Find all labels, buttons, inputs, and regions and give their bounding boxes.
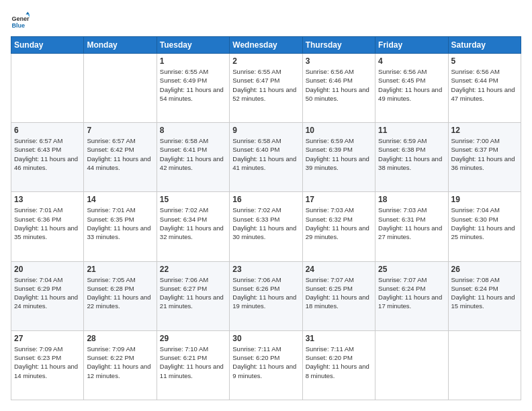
day-info: Sunrise: 7:08 AM Sunset: 6:24 PM Dayligh… — [451, 275, 518, 311]
day-info: Sunrise: 7:06 AM Sunset: 6:26 PM Dayligh… — [232, 275, 299, 311]
day-cell: 5Sunrise: 6:56 AM Sunset: 6:44 PM Daylig… — [448, 54, 521, 123]
day-cell: 29Sunrise: 7:10 AM Sunset: 6:21 PM Dayli… — [157, 330, 229, 400]
day-info: Sunrise: 7:09 AM Sunset: 6:22 PM Dayligh… — [87, 345, 153, 380]
general-blue-logo-icon: General Blue — [11, 11, 30, 30]
day-info: Sunrise: 7:03 AM Sunset: 6:31 PM Dayligh… — [378, 205, 445, 241]
weekday-header-wednesday: Wednesday — [230, 37, 302, 54]
day-number: 31 — [306, 334, 372, 343]
day-cell: 23Sunrise: 7:06 AM Sunset: 6:26 PM Dayli… — [230, 261, 302, 330]
header: General Blue — [11, 11, 521, 30]
day-number: 12 — [451, 126, 518, 135]
day-cell: 7Sunrise: 6:57 AM Sunset: 6:42 PM Daylig… — [84, 123, 157, 192]
day-info: Sunrise: 7:00 AM Sunset: 6:37 PM Dayligh… — [451, 136, 518, 172]
day-cell: 6Sunrise: 6:57 AM Sunset: 6:43 PM Daylig… — [11, 123, 84, 192]
day-cell: 9Sunrise: 6:58 AM Sunset: 6:40 PM Daylig… — [230, 123, 302, 192]
day-cell: 28Sunrise: 7:09 AM Sunset: 6:22 PM Dayli… — [84, 330, 157, 400]
week-row-5: 27Sunrise: 7:09 AM Sunset: 6:23 PM Dayli… — [11, 330, 521, 400]
day-number: 17 — [306, 195, 372, 204]
day-cell — [84, 54, 157, 123]
day-cell: 30Sunrise: 7:11 AM Sunset: 6:20 PM Dayli… — [230, 330, 302, 400]
day-info: Sunrise: 7:07 AM Sunset: 6:24 PM Dayligh… — [378, 275, 445, 311]
day-cell: 4Sunrise: 6:56 AM Sunset: 6:45 PM Daylig… — [375, 54, 448, 123]
day-info: Sunrise: 6:59 AM Sunset: 6:38 PM Dayligh… — [378, 136, 445, 172]
logo: General Blue — [11, 11, 30, 30]
day-info: Sunrise: 6:58 AM Sunset: 6:40 PM Dayligh… — [232, 136, 299, 172]
day-info: Sunrise: 6:56 AM Sunset: 6:44 PM Dayligh… — [451, 67, 518, 103]
day-cell: 18Sunrise: 7:03 AM Sunset: 6:31 PM Dayli… — [375, 192, 448, 261]
day-number: 26 — [451, 265, 518, 274]
day-info: Sunrise: 6:58 AM Sunset: 6:41 PM Dayligh… — [160, 136, 226, 172]
weekday-header-sunday: Sunday — [11, 37, 84, 54]
day-info: Sunrise: 7:02 AM Sunset: 6:34 PM Dayligh… — [160, 205, 226, 241]
day-number: 7 — [87, 126, 153, 135]
day-cell: 31Sunrise: 7:11 AM Sunset: 6:20 PM Dayli… — [302, 330, 375, 400]
week-row-3: 13Sunrise: 7:01 AM Sunset: 6:36 PM Dayli… — [11, 192, 521, 261]
day-info: Sunrise: 7:09 AM Sunset: 6:23 PM Dayligh… — [14, 345, 81, 380]
day-number: 23 — [232, 265, 299, 274]
day-info: Sunrise: 6:55 AM Sunset: 6:47 PM Dayligh… — [232, 67, 299, 103]
weekday-header-tuesday: Tuesday — [157, 37, 229, 54]
day-cell: 21Sunrise: 7:05 AM Sunset: 6:28 PM Dayli… — [84, 261, 157, 330]
day-number: 13 — [14, 195, 81, 204]
day-number: 9 — [232, 126, 299, 135]
weekday-header-monday: Monday — [84, 37, 157, 54]
day-info: Sunrise: 6:56 AM Sunset: 6:46 PM Dayligh… — [306, 67, 372, 103]
day-cell: 26Sunrise: 7:08 AM Sunset: 6:24 PM Dayli… — [448, 261, 521, 330]
day-cell: 15Sunrise: 7:02 AM Sunset: 6:34 PM Dayli… — [157, 192, 229, 261]
day-info: Sunrise: 6:57 AM Sunset: 6:43 PM Dayligh… — [14, 136, 81, 172]
day-cell: 1Sunrise: 6:55 AM Sunset: 6:49 PM Daylig… — [157, 54, 229, 123]
day-cell — [448, 330, 521, 400]
day-number: 4 — [378, 56, 445, 66]
day-cell: 27Sunrise: 7:09 AM Sunset: 6:23 PM Dayli… — [11, 330, 84, 400]
day-number: 18 — [378, 195, 445, 204]
day-info: Sunrise: 6:55 AM Sunset: 6:49 PM Dayligh… — [160, 67, 226, 103]
day-info: Sunrise: 7:01 AM Sunset: 6:35 PM Dayligh… — [87, 205, 153, 241]
day-cell: 14Sunrise: 7:01 AM Sunset: 6:35 PM Dayli… — [84, 192, 157, 261]
day-number: 20 — [14, 265, 81, 274]
calendar-table: SundayMondayTuesdayWednesdayThursdayFrid… — [11, 36, 521, 400]
day-number: 16 — [232, 195, 299, 204]
day-number: 10 — [306, 126, 372, 135]
week-row-4: 20Sunrise: 7:04 AM Sunset: 6:29 PM Dayli… — [11, 261, 521, 330]
day-cell: 19Sunrise: 7:04 AM Sunset: 6:30 PM Dayli… — [448, 192, 521, 261]
day-info: Sunrise: 7:10 AM Sunset: 6:21 PM Dayligh… — [160, 345, 226, 380]
day-number: 5 — [451, 56, 518, 66]
day-number: 15 — [160, 195, 226, 204]
day-cell: 10Sunrise: 6:59 AM Sunset: 6:39 PM Dayli… — [302, 123, 375, 192]
day-number: 8 — [160, 126, 226, 135]
day-info: Sunrise: 7:11 AM Sunset: 6:20 PM Dayligh… — [232, 345, 299, 380]
day-cell: 20Sunrise: 7:04 AM Sunset: 6:29 PM Dayli… — [11, 261, 84, 330]
day-info: Sunrise: 7:06 AM Sunset: 6:27 PM Dayligh… — [160, 275, 226, 311]
day-number: 30 — [232, 334, 299, 343]
day-info: Sunrise: 7:01 AM Sunset: 6:36 PM Dayligh… — [14, 205, 81, 241]
day-number: 2 — [232, 56, 299, 66]
day-number: 14 — [87, 195, 153, 204]
day-cell: 22Sunrise: 7:06 AM Sunset: 6:27 PM Dayli… — [157, 261, 229, 330]
day-cell: 3Sunrise: 6:56 AM Sunset: 6:46 PM Daylig… — [302, 54, 375, 123]
day-cell: 8Sunrise: 6:58 AM Sunset: 6:41 PM Daylig… — [157, 123, 229, 192]
day-info: Sunrise: 7:04 AM Sunset: 6:30 PM Dayligh… — [451, 205, 518, 241]
day-number: 6 — [14, 126, 81, 135]
day-number: 3 — [306, 56, 372, 66]
day-number: 1 — [160, 56, 226, 66]
day-info: Sunrise: 7:04 AM Sunset: 6:29 PM Dayligh… — [14, 275, 81, 311]
day-info: Sunrise: 7:03 AM Sunset: 6:32 PM Dayligh… — [306, 205, 372, 241]
weekday-header-row: SundayMondayTuesdayWednesdayThursdayFrid… — [11, 37, 521, 54]
day-cell — [375, 330, 448, 400]
day-number: 28 — [87, 334, 153, 343]
day-info: Sunrise: 6:56 AM Sunset: 6:45 PM Dayligh… — [378, 67, 445, 103]
day-number: 21 — [87, 265, 153, 274]
day-cell: 13Sunrise: 7:01 AM Sunset: 6:36 PM Dayli… — [11, 192, 84, 261]
day-number: 25 — [378, 265, 445, 274]
svg-text:Blue: Blue — [11, 22, 25, 29]
day-cell: 17Sunrise: 7:03 AM Sunset: 6:32 PM Dayli… — [302, 192, 375, 261]
day-cell: 2Sunrise: 6:55 AM Sunset: 6:47 PM Daylig… — [230, 54, 302, 123]
day-cell: 25Sunrise: 7:07 AM Sunset: 6:24 PM Dayli… — [375, 261, 448, 330]
svg-marker-2 — [26, 11, 30, 14]
day-cell: 16Sunrise: 7:02 AM Sunset: 6:33 PM Dayli… — [230, 192, 302, 261]
day-info: Sunrise: 6:59 AM Sunset: 6:39 PM Dayligh… — [306, 136, 372, 172]
day-cell — [11, 54, 84, 123]
day-number: 24 — [306, 265, 372, 274]
page: General Blue SundayMondayTuesdayWednesda… — [0, 0, 532, 411]
week-row-1: 1Sunrise: 6:55 AM Sunset: 6:49 PM Daylig… — [11, 54, 521, 123]
